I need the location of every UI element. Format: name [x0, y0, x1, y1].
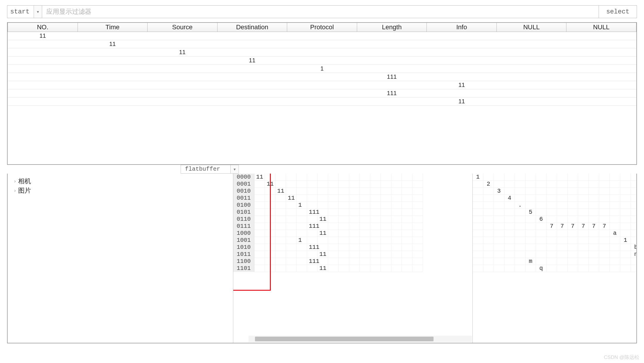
- hex-byte: [254, 265, 265, 272]
- ascii-char: [494, 216, 504, 223]
- tree-item-label: 图片: [18, 186, 31, 195]
- ascii-char: m: [525, 258, 536, 265]
- hex-byte: [297, 265, 307, 272]
- table-cell: [566, 56, 636, 64]
- ascii-char: [483, 223, 494, 230]
- ascii-char: [620, 188, 631, 195]
- scrollbar-thumb[interactable]: [255, 337, 434, 341]
- table-row[interactable]: 111: [8, 89, 636, 97]
- ascii-char: [515, 181, 525, 188]
- ascii-char: [504, 174, 515, 181]
- ascii-char: [599, 216, 610, 223]
- col-null-1[interactable]: NULL: [496, 23, 566, 32]
- table-cell: [148, 56, 217, 64]
- table-cell: [78, 64, 148, 73]
- hex-byte: [275, 265, 286, 272]
- hex-byte: 111: [307, 223, 318, 230]
- hex-byte: [391, 174, 402, 181]
- hex-byte: [265, 251, 275, 258]
- hex-byte: [297, 251, 307, 258]
- hex-byte: [265, 174, 275, 181]
- table-row[interactable]: 11: [8, 40, 636, 48]
- col-protocol[interactable]: Protocol: [287, 23, 357, 32]
- select-button[interactable]: select: [599, 5, 637, 18]
- hex-byte: [339, 251, 349, 258]
- hex-byte: [328, 265, 339, 272]
- chevron-right-icon: ›: [12, 188, 18, 194]
- hex-byte: [254, 230, 265, 237]
- col-destination[interactable]: Destination: [217, 23, 287, 32]
- table-row[interactable]: 11: [8, 97, 636, 105]
- table-cell: 1: [287, 64, 357, 73]
- flatbuffer-combo-value[interactable]: flatbuffer: [181, 165, 231, 174]
- ascii-char: [599, 230, 610, 237]
- hex-pane[interactable]: 0000110001110010110011110100101011110110…: [233, 174, 472, 343]
- ascii-char: [599, 258, 610, 265]
- ascii-char: [557, 251, 568, 258]
- hex-offset: 0111: [233, 223, 254, 230]
- ascii-char: [620, 195, 631, 202]
- table-row[interactable]: 11: [8, 32, 636, 40]
- start-combo[interactable]: start ▾: [7, 5, 42, 18]
- ascii-char: [568, 258, 578, 265]
- hex-byte: [370, 251, 381, 258]
- start-combo-value: start: [7, 8, 34, 16]
- ascii-char: [620, 202, 631, 209]
- ascii-char: [610, 216, 620, 223]
- hex-byte: [412, 244, 423, 251]
- tree-pane: › 相机 › 图片: [8, 174, 233, 343]
- ascii-char: [599, 174, 610, 181]
- ascii-char: [568, 251, 578, 258]
- horizontal-scrollbar[interactable]: [249, 336, 472, 342]
- ascii-pane[interactable]: 1234.56777777a1bnmq: [472, 174, 636, 343]
- table-row[interactable]: 1: [8, 64, 636, 73]
- col-null-2[interactable]: NULL: [566, 23, 636, 32]
- ascii-char: [599, 188, 610, 195]
- hex-byte: [254, 258, 265, 265]
- ascii-char: [610, 223, 620, 230]
- hex-byte: [339, 216, 349, 223]
- ascii-char: [536, 230, 547, 237]
- ascii-char: [547, 209, 557, 216]
- ascii-char: [525, 251, 536, 258]
- hex-byte: [402, 237, 412, 244]
- hex-byte: 11: [265, 181, 275, 188]
- hex-byte: [360, 223, 370, 230]
- hex-byte: [265, 230, 275, 237]
- tree-item-camera[interactable]: › 相机: [12, 177, 229, 186]
- ascii-char: [610, 174, 620, 181]
- ascii-char: [631, 265, 636, 272]
- col-length[interactable]: Length: [357, 23, 427, 32]
- chevron-down-icon[interactable]: ▾: [34, 6, 42, 18]
- hex-byte: [275, 195, 286, 202]
- table-row[interactable]: 11: [8, 56, 636, 64]
- hex-row: 100011: [233, 230, 472, 237]
- hex-byte: [370, 209, 381, 216]
- table-row[interactable]: 11: [8, 48, 636, 56]
- ascii-char: [515, 258, 525, 265]
- tree-item-picture[interactable]: › 图片: [12, 186, 229, 195]
- ascii-char: [620, 258, 631, 265]
- ascii-row: m: [473, 258, 636, 265]
- hex-byte: [307, 237, 318, 244]
- col-time[interactable]: Time: [78, 23, 148, 32]
- table-cell: [287, 32, 357, 40]
- hex-byte: [275, 251, 286, 258]
- col-no[interactable]: NO.: [8, 23, 78, 32]
- col-source[interactable]: Source: [148, 23, 217, 32]
- hex-byte: [265, 237, 275, 244]
- col-info[interactable]: Info: [427, 23, 497, 32]
- hex-byte: [412, 181, 423, 188]
- filter-input[interactable]: [42, 5, 599, 18]
- hex-byte: [318, 258, 328, 265]
- table-row[interactable]: 111: [8, 73, 636, 81]
- ascii-char: [525, 188, 536, 195]
- hex-byte: [391, 237, 402, 244]
- hex-byte: [349, 195, 360, 202]
- ascii-char: [504, 209, 515, 216]
- ascii-char: [504, 265, 515, 272]
- chevron-down-icon[interactable]: ▾: [231, 165, 239, 174]
- table-row[interactable]: 11: [8, 81, 636, 89]
- ascii-char: 7: [589, 223, 599, 230]
- ascii-char: [568, 188, 578, 195]
